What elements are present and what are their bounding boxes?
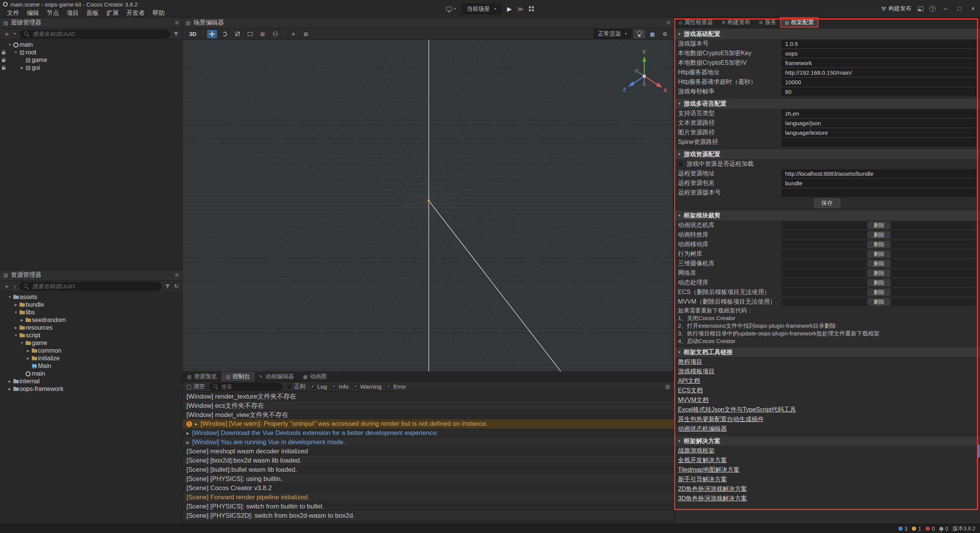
expand-arrow-icon[interactable] bbox=[19, 341, 25, 345]
transform-tool-button[interactable]: ⊞ bbox=[258, 30, 268, 38]
expand-arrow-icon[interactable] bbox=[195, 422, 198, 426]
expand-arrow-icon[interactable] bbox=[13, 334, 19, 337]
field-input[interactable]: bundle bbox=[782, 179, 976, 187]
log-filter-checkbox[interactable]: Log bbox=[310, 383, 327, 390]
panel-menu-icon[interactable]: ≡ bbox=[175, 271, 179, 279]
tree-row[interactable]: script bbox=[0, 332, 182, 339]
solution-link[interactable]: Tiledmap地图解决方案 bbox=[678, 466, 740, 474]
expand-arrow-icon[interactable] bbox=[19, 66, 25, 70]
solution-link[interactable]: 全栈开发解决方案 bbox=[678, 456, 727, 464]
expand-arrow-icon[interactable] bbox=[7, 43, 13, 47]
scrollbar-thumb[interactable] bbox=[977, 445, 980, 458]
log-row[interactable]: [Scene] Cocos Creator v3.8.2 bbox=[183, 484, 674, 493]
section-header-resources[interactable]: ▼ 游戏资源配置 bbox=[674, 149, 980, 159]
expand-arrow-icon[interactable] bbox=[7, 387, 13, 391]
log-row[interactable]: [Scene] [bullet]:bullet wasm lib loaded. bbox=[183, 465, 674, 474]
log-row[interactable]: [Scene] Forward render pipeline initiali… bbox=[183, 493, 674, 502]
tree-row[interactable]: main bbox=[0, 41, 182, 49]
expand-arrow-icon[interactable] bbox=[186, 440, 189, 445]
clear-console-button[interactable]: 清空 bbox=[186, 383, 205, 390]
expand-arrow-icon[interactable] bbox=[13, 311, 19, 314]
delete-module-button[interactable]: 删除 bbox=[867, 222, 890, 229]
add-node-button[interactable]: ＋ bbox=[3, 31, 10, 37]
hierarchy-search-input[interactable] bbox=[32, 30, 166, 38]
tree-row[interactable]: initialize bbox=[0, 355, 182, 362]
expand-arrow-icon[interactable] bbox=[186, 431, 189, 435]
inspector-tab[interactable]: ▦ 框架配置 bbox=[781, 18, 818, 27]
menu-item[interactable]: 扩展 bbox=[103, 9, 122, 17]
lighting-toggle-button[interactable] bbox=[634, 30, 645, 38]
field-input[interactable] bbox=[782, 189, 976, 197]
delete-module-button[interactable]: 删除 bbox=[867, 260, 890, 267]
log-row[interactable]: [Window] [Vue warn]: Property "onInput" … bbox=[183, 419, 674, 428]
field-input[interactable] bbox=[782, 138, 976, 146]
field-input[interactable]: framework bbox=[782, 59, 976, 67]
tree-row[interactable]: seedrandom bbox=[0, 316, 182, 324]
maximize-button[interactable]: □ bbox=[956, 5, 963, 12]
log-row[interactable]: [Window] render_texture文件夹不存在 bbox=[183, 392, 674, 401]
delete-module-button[interactable]: 删除 bbox=[867, 289, 890, 296]
filter-icon[interactable] bbox=[173, 31, 179, 37]
play-button[interactable]: ▶ bbox=[507, 5, 511, 12]
sort-icon[interactable]: ↕ bbox=[13, 283, 16, 289]
delete-module-button[interactable]: 删除 bbox=[867, 298, 890, 306]
log-filter-checkbox[interactable]: Info bbox=[332, 383, 348, 390]
log-filter-checkbox[interactable]: Warning bbox=[353, 383, 381, 390]
scene-select[interactable]: 当前场景▼ bbox=[462, 3, 501, 14]
add-asset-button[interactable]: ＋ bbox=[3, 283, 10, 289]
tree-row[interactable]: common bbox=[0, 347, 182, 355]
snap-settings-button[interactable]: ≡ bbox=[288, 30, 298, 38]
console-search-input[interactable] bbox=[220, 383, 278, 390]
doc-link[interactable]: 原生包热更新配置自动生成插件 bbox=[678, 415, 764, 423]
field-input[interactable]: language/texture bbox=[782, 129, 976, 137]
menu-item[interactable]: 帮助 bbox=[149, 9, 168, 17]
expand-arrow-icon[interactable] bbox=[19, 318, 25, 322]
grid-snap-button[interactable]: ⊞ bbox=[301, 30, 311, 38]
expand-arrow-icon[interactable] bbox=[13, 326, 19, 330]
field-input[interactable]: http://localhost:8083/assets/bundle bbox=[782, 170, 976, 178]
inspector-tab[interactable]: ◎ 属性检查器 bbox=[674, 18, 717, 27]
expand-arrow-icon[interactable] bbox=[25, 356, 31, 360]
world-local-toggle[interactable] bbox=[270, 30, 280, 38]
panel-menu-icon[interactable]: ≡ bbox=[175, 19, 179, 27]
tree-row[interactable]: oops-framework bbox=[0, 385, 182, 393]
expand-arrow-icon[interactable] bbox=[13, 303, 19, 307]
screenshot-button[interactable] bbox=[918, 7, 923, 11]
notification-count[interactable]: 0 bbox=[939, 526, 948, 532]
expand-arrow-icon[interactable] bbox=[25, 349, 31, 353]
section-header-solutions[interactable]: ▼ 框架解决方案 bbox=[674, 436, 980, 446]
field-input[interactable]: http://192.168.0.150/main/ bbox=[782, 69, 976, 77]
field-input[interactable]: 1.0.5 bbox=[782, 40, 976, 48]
console-tab[interactable]: ▥ 控制台 bbox=[221, 372, 254, 381]
step-button[interactable]: ≫ bbox=[517, 5, 524, 12]
tree-row[interactable]: assets bbox=[0, 293, 182, 301]
menu-item[interactable]: 面板 bbox=[83, 9, 103, 17]
tree-row[interactable]: gui bbox=[0, 64, 182, 72]
tree-row[interactable]: main bbox=[0, 370, 182, 378]
tree-row[interactable]: game bbox=[0, 339, 182, 347]
help-icon[interactable]: ? bbox=[929, 6, 936, 12]
scale-tool-button[interactable] bbox=[232, 30, 242, 38]
menu-item[interactable]: 文件 bbox=[3, 9, 23, 17]
console-search[interactable] bbox=[209, 383, 282, 391]
doc-link[interactable]: MVVM文档 bbox=[678, 396, 709, 404]
save-button[interactable]: 保存 bbox=[814, 198, 840, 208]
refresh-icon[interactable]: ↻ bbox=[174, 283, 179, 290]
field-input[interactable]: 10000 bbox=[782, 78, 976, 86]
log-row[interactable]: [Scene] [box2d]:box2d wasm lib loaded. bbox=[183, 456, 674, 465]
tree-row[interactable]: game bbox=[0, 56, 182, 64]
render-mode-select[interactable]: 正常渲染▼ bbox=[594, 29, 631, 39]
field-input[interactable]: oops bbox=[782, 49, 976, 57]
tree-row[interactable]: resources bbox=[0, 324, 182, 332]
regex-toggle[interactable]: 正则 bbox=[287, 383, 305, 390]
tree-row[interactable]: bundle bbox=[0, 301, 182, 309]
scene-viewport[interactable]: Y X Z bbox=[183, 40, 673, 371]
remote-load-checkbox[interactable] bbox=[678, 162, 683, 167]
log-row[interactable]: [Scene] [PHYSICS]: switch from builtin t… bbox=[183, 502, 674, 511]
move-tool-button[interactable] bbox=[207, 30, 217, 38]
log-row[interactable]: [Window] ecs文件夹不存在 bbox=[183, 401, 674, 410]
log-row[interactable]: [Scene] [PHYSICS]: using builtin. bbox=[183, 474, 674, 484]
section-header-docs[interactable]: ▼ 框架文档工具链接 bbox=[674, 347, 980, 357]
minimize-button[interactable]: – bbox=[942, 5, 949, 12]
rotate-tool-button[interactable] bbox=[220, 30, 230, 38]
